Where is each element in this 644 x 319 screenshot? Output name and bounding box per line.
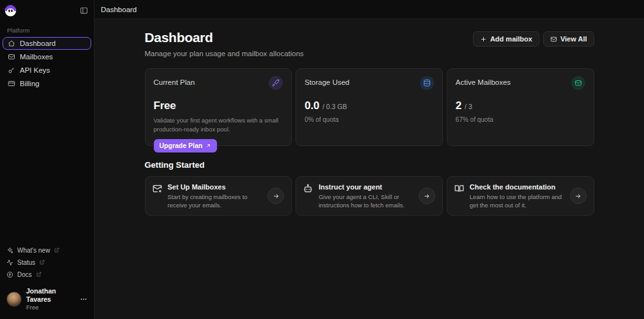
- check-documentation-text: Check the documentation Learn how to use…: [470, 183, 564, 209]
- content: Dashboard Manage your plan usage and mai…: [145, 19, 594, 216]
- check-documentation-title: Check the documentation: [470, 183, 564, 191]
- arrow-right-icon[interactable]: [267, 188, 284, 204]
- instruct-agent-title: Instruct your agent: [318, 183, 413, 191]
- home-icon: [8, 40, 15, 47]
- external-link-icon: [54, 248, 59, 253]
- page-subtitle: Manage your plan usage and mailbox alloc…: [145, 50, 304, 57]
- whats-new-link[interactable]: What's new: [4, 244, 89, 256]
- sidebar-footer: What's new Status Docs Jonathan Tavares …: [0, 242, 94, 319]
- sparkles-icon: [6, 247, 13, 254]
- docs-icon: [6, 271, 13, 278]
- sidebar-item-label: Mailboxes: [20, 53, 53, 61]
- rocket-icon: [269, 76, 283, 90]
- whats-new-label: What's new: [17, 247, 50, 254]
- view-all-button[interactable]: View All: [543, 31, 594, 47]
- page-heading-block: Dashboard Manage your plan usage and mai…: [145, 30, 304, 57]
- page-header: Dashboard Manage your plan usage and mai…: [145, 30, 594, 57]
- avatar: [6, 292, 22, 307]
- status-link[interactable]: Status: [4, 256, 89, 269]
- add-mailbox-button[interactable]: Add mailbox: [473, 31, 539, 47]
- sidebar-nav: Dashboard Mailboxes API Keys Billing: [0, 37, 94, 91]
- sidebar-section-label: Platform: [0, 19, 94, 37]
- database-icon: [420, 76, 434, 90]
- breadcrumb: Dashboard: [101, 6, 137, 13]
- user-plan-badge: Free: [26, 304, 75, 311]
- mail-icon: [571, 76, 585, 90]
- topbar: Dashboard: [94, 0, 644, 19]
- arrow-up-right-icon: [206, 143, 211, 149]
- current-plan-label: Current Plan: [154, 76, 195, 86]
- bot-icon: [303, 184, 313, 209]
- upgrade-plan-button[interactable]: Upgrade Plan: [154, 139, 218, 152]
- app-root: Platform Dashboard Mailboxes API Keys Bi…: [0, 0, 644, 319]
- docs-link[interactable]: Docs: [4, 269, 89, 281]
- instruct-agent-text: Instruct your agent Give your agent a CL…: [318, 183, 413, 209]
- current-plan-card: Current Plan Free Validate your first ag…: [145, 68, 292, 146]
- stats-grid: Current Plan Free Validate your first ag…: [145, 68, 594, 146]
- user-name: Jonathan Tavares: [26, 287, 75, 304]
- external-link-icon: [36, 272, 41, 277]
- active-mailboxes-label: Active Mailboxes: [456, 76, 511, 86]
- key-icon: [8, 66, 15, 74]
- mail-icon: [550, 36, 557, 43]
- sidebar-header: [0, 0, 94, 19]
- setup-mailboxes-text: Set Up Mailboxes Start by creating mailb…: [168, 183, 262, 209]
- mail-icon: [8, 53, 15, 61]
- external-link-icon: [40, 260, 45, 265]
- getting-started-grid: Set Up Mailboxes Start by creating mailb…: [145, 176, 594, 216]
- mailboxes-value: 2: [456, 100, 461, 112]
- current-plan-description: Validate your first agent workflows with…: [154, 116, 283, 134]
- active-mailboxes-card: Active Mailboxes 2 / 3 67% of quota: [447, 68, 594, 146]
- instruct-agent-description: Give your agent a CLI, Skill or instruct…: [318, 193, 413, 210]
- page-title: Dashboard: [145, 30, 304, 45]
- user-meta: Jonathan Tavares Free: [26, 287, 75, 311]
- add-mailbox-label: Add mailbox: [490, 35, 532, 43]
- sidebar-item-label: Billing: [20, 80, 40, 87]
- sidebar-item-dashboard[interactable]: Dashboard: [3, 37, 91, 50]
- sidebar-item-label: Dashboard: [20, 40, 56, 47]
- setup-mailboxes-description: Start by creating mailboxes to receive y…: [168, 193, 262, 210]
- mailboxes-percent: 67% of quota: [456, 116, 585, 123]
- activity-icon: [6, 259, 13, 266]
- app-logo-icon[interactable]: [3, 3, 18, 18]
- ellipsis-icon[interactable]: [80, 295, 87, 303]
- setup-mailboxes-card[interactable]: Set Up Mailboxes Start by creating mailb…: [145, 176, 292, 216]
- current-plan-value: Free: [154, 100, 176, 112]
- main-area: Dashboard Dashboard Manage your plan usa…: [94, 0, 644, 319]
- arrow-right-icon[interactable]: [570, 188, 587, 204]
- book-open-icon: [454, 184, 464, 209]
- storage-quota: / 0.3 GB: [322, 103, 347, 110]
- sidebar: Platform Dashboard Mailboxes API Keys Bi…: [0, 0, 94, 319]
- status-label: Status: [17, 259, 35, 266]
- setup-mailboxes-title: Set Up Mailboxes: [168, 183, 262, 191]
- mail-plus-icon: [153, 184, 162, 209]
- mailboxes-quota: / 3: [465, 103, 472, 110]
- sidebar-item-label: API Keys: [20, 66, 50, 74]
- docs-label: Docs: [17, 271, 32, 278]
- view-all-label: View All: [560, 35, 587, 43]
- sidebar-item-api-keys[interactable]: API Keys: [3, 64, 91, 77]
- sidebar-item-mailboxes[interactable]: Mailboxes: [3, 50, 91, 63]
- upgrade-plan-label: Upgrade Plan: [160, 142, 203, 149]
- storage-used-label: Storage Used: [304, 76, 349, 86]
- credit-card-icon: [8, 80, 15, 87]
- check-documentation-card[interactable]: Check the documentation Learn how to use…: [447, 176, 594, 216]
- storage-value: 0.0: [304, 100, 319, 112]
- getting-started-title: Getting Started: [145, 160, 594, 170]
- check-documentation-description: Learn how to use the platform and get th…: [470, 193, 564, 210]
- storage-percent: 0% of quota: [304, 116, 434, 123]
- arrow-right-icon[interactable]: [419, 188, 435, 204]
- user-menu-row[interactable]: Jonathan Tavares Free: [4, 281, 89, 315]
- plus-icon: [480, 36, 487, 43]
- instruct-agent-card[interactable]: Instruct your agent Give your agent a CL…: [296, 176, 443, 216]
- header-actions: Add mailbox View All: [473, 31, 594, 47]
- sidebar-item-billing[interactable]: Billing: [3, 77, 91, 90]
- sidebar-toggle-icon[interactable]: [80, 6, 88, 15]
- storage-used-card: Storage Used 0.0 / 0.3 GB 0% of quota: [296, 68, 443, 146]
